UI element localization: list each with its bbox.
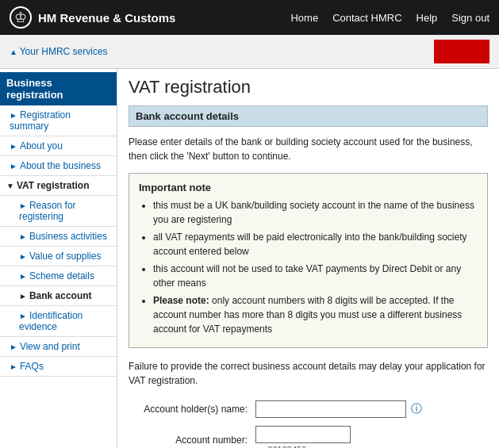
account-name-row: Account holder(s) name: ⓘ bbox=[129, 400, 488, 418]
main-content: VAT registration Bank account details Pl… bbox=[117, 69, 499, 448]
warning-text: Failure to provide the correct business … bbox=[129, 359, 488, 388]
important-point-3: this account will not be used to take VA… bbox=[153, 262, 478, 290]
account-name-input[interactable] bbox=[255, 400, 406, 418]
section-header: Bank account details bbox=[129, 105, 488, 127]
account-name-input-wrap bbox=[255, 400, 406, 418]
services-bar: Your HMRC services bbox=[0, 35, 499, 69]
nav-help[interactable]: Help bbox=[416, 12, 438, 24]
bank-form: Account holder(s) name: ⓘ Account number… bbox=[129, 400, 488, 448]
important-point-4: Please note: only account numbers with 8… bbox=[153, 293, 478, 336]
hmrc-logo-icon: ♔ bbox=[10, 6, 32, 29]
crown-icon: ♔ bbox=[14, 9, 27, 26]
please-note-bold: Please note: bbox=[153, 295, 209, 306]
your-hmrc-services-link[interactable]: Your HMRC services bbox=[10, 46, 108, 57]
important-point-2: all VAT repayments will be paid electron… bbox=[153, 230, 478, 258]
sidebar-item-identification-evidence[interactable]: ►Identification evidence bbox=[0, 306, 117, 337]
sidebar-item-faqs[interactable]: ►FAQs bbox=[0, 357, 117, 377]
sidebar-item-registration-summary[interactable]: ►Registration summary bbox=[0, 105, 117, 136]
header-title: HM Revenue & Customs bbox=[38, 11, 175, 25]
account-number-input-wrap: eg 00123456 bbox=[255, 426, 351, 448]
important-point-1: this must be a UK bank/building society … bbox=[153, 198, 478, 227]
intro-text: Please enter details of the bank or buil… bbox=[129, 135, 488, 163]
header-logo: ♔ HM Revenue & Customs bbox=[10, 6, 290, 29]
sidebar-item-scheme-details[interactable]: ►Scheme details bbox=[0, 266, 117, 286]
sidebar: Business registration ►Registration summ… bbox=[0, 69, 117, 448]
important-list: this must be a UK bank/building society … bbox=[139, 198, 478, 336]
sidebar-item-vat-registration[interactable]: ▼VAT registration bbox=[0, 176, 117, 196]
nav-contact[interactable]: Contact HMRC bbox=[332, 12, 401, 24]
sidebar-item-about-business[interactable]: ►About the business bbox=[0, 156, 117, 176]
account-number-input[interactable] bbox=[255, 426, 351, 443]
nav-home[interactable]: Home bbox=[290, 12, 318, 24]
sidebar-item-value-supplies[interactable]: ►Value of supplies bbox=[0, 247, 117, 266]
account-number-row: Account number: eg 00123456 bbox=[129, 426, 488, 448]
sidebar-item-about-you[interactable]: ►About you bbox=[0, 136, 117, 156]
layout: Business registration ►Registration summ… bbox=[0, 69, 499, 448]
important-note-box: Important note this must be a UK bank/bu… bbox=[129, 173, 488, 348]
important-title: Important note bbox=[139, 182, 478, 193]
red-accent-box bbox=[434, 40, 489, 63]
sidebar-item-business-activities[interactable]: ►Business activities bbox=[0, 227, 117, 247]
nav-signout[interactable]: Sign out bbox=[451, 12, 489, 24]
sidebar-section-title: Business registration bbox=[0, 72, 117, 105]
header: ♔ HM Revenue & Customs Home Contact HMRC… bbox=[0, 0, 499, 35]
sidebar-item-bank-account[interactable]: ►Bank account bbox=[0, 286, 117, 306]
page-title: VAT registration bbox=[129, 77, 488, 98]
account-name-label: Account holder(s) name: bbox=[129, 404, 255, 415]
sidebar-item-reason-registering[interactable]: ►Reason for registering bbox=[0, 196, 117, 227]
sidebar-item-view-print[interactable]: ►View and print bbox=[0, 337, 117, 357]
account-number-label: Account number: bbox=[129, 435, 255, 446]
account-number-hint: eg 00123456 bbox=[255, 445, 351, 448]
header-nav: Home Contact HMRC Help Sign out bbox=[290, 12, 489, 24]
info-icon[interactable]: ⓘ bbox=[411, 402, 422, 416]
